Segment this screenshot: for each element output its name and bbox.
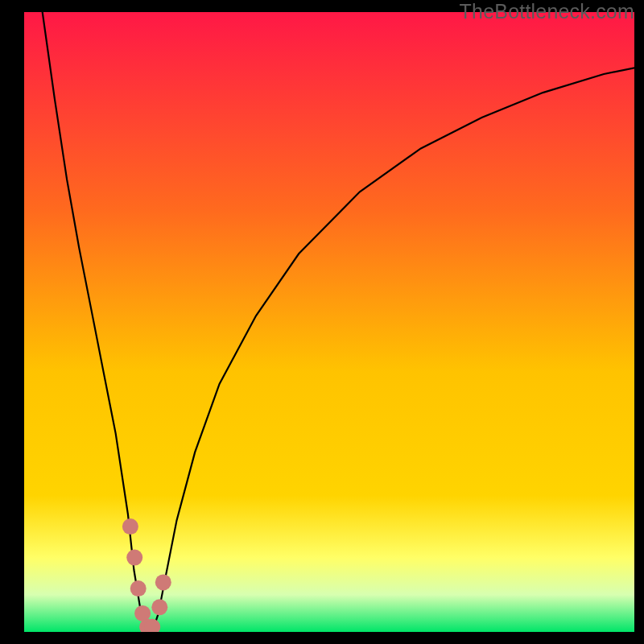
watermark-text: TheBottleneck.com [460, 0, 634, 23]
highlight-dot [151, 599, 167, 615]
highlight-dot [130, 580, 147, 597]
chart-svg [24, 12, 634, 632]
highlight-dot [155, 574, 171, 590]
highlight-dot [126, 550, 142, 566]
highlight-dot [122, 518, 138, 535]
chart-plot-area [24, 12, 634, 632]
chart-frame: TheBottleneck.com [0, 0, 644, 644]
gradient-background [24, 12, 634, 632]
